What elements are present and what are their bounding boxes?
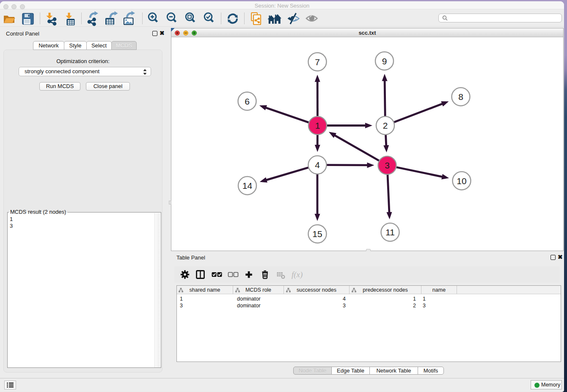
- svg-text:1: 1: [315, 121, 320, 130]
- svg-text:4: 4: [315, 160, 320, 170]
- svg-text:9: 9: [382, 56, 387, 66]
- svg-text:14: 14: [242, 181, 253, 190]
- svg-text:10: 10: [457, 176, 466, 186]
- svg-text:3: 3: [385, 160, 390, 170]
- svg-text:f(x): f(x): [292, 270, 303, 279]
- svg-text:15: 15: [312, 229, 322, 239]
- svg-text:7: 7: [315, 57, 320, 67]
- svg-text:2: 2: [383, 121, 388, 130]
- svg-text:8: 8: [458, 92, 463, 102]
- svg-text:11: 11: [385, 227, 395, 237]
- svg-text:6: 6: [245, 97, 250, 106]
